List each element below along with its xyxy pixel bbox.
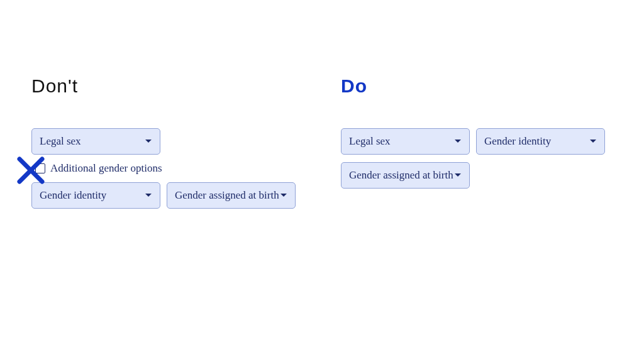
legal-sex-select[interactable]: Legal sex — [341, 128, 470, 155]
do-row-1: Legal sex Gender identity — [341, 128, 613, 155]
chevron-down-icon — [280, 193, 287, 198]
gender-identity-select[interactable]: Gender identity — [476, 128, 605, 155]
select-label: Gender assigned at birth — [175, 189, 279, 202]
chevron-down-icon — [145, 193, 152, 198]
do-column: Do Legal sex Gender identity Gender assi… — [341, 75, 613, 216]
do-row-2: Gender assigned at birth — [341, 162, 613, 189]
chevron-down-icon — [145, 139, 152, 144]
select-label: Gender identity — [484, 135, 551, 148]
gender-assigned-at-birth-select[interactable]: Gender assigned at birth — [167, 182, 296, 209]
dont-row-1: Legal sex — [31, 128, 303, 155]
dont-heading: Don't — [31, 75, 303, 97]
do-dont-comparison: Don't Legal sex Additional gender option… — [0, 0, 644, 216]
checkbox-label: Additional gender options — [50, 162, 162, 175]
select-label: Legal sex — [349, 135, 391, 148]
additional-gender-options-checkbox-row: Additional gender options — [35, 162, 303, 175]
chevron-down-icon — [589, 139, 597, 144]
dont-column: Don't Legal sex Additional gender option… — [31, 75, 303, 216]
chevron-down-icon — [454, 139, 462, 144]
legal-sex-select[interactable]: Legal sex — [31, 128, 160, 155]
chevron-down-icon — [454, 173, 462, 178]
dont-row-2: Gender identity Gender assigned at birth — [31, 182, 303, 209]
additional-gender-options-checkbox[interactable] — [35, 163, 45, 173]
select-label: Gender identity — [40, 189, 106, 202]
gender-assigned-at-birth-select[interactable]: Gender assigned at birth — [341, 162, 470, 189]
select-label: Gender assigned at birth — [349, 169, 453, 182]
select-label: Legal sex — [40, 135, 81, 148]
gender-identity-select[interactable]: Gender identity — [31, 182, 160, 209]
do-heading: Do — [341, 75, 613, 97]
